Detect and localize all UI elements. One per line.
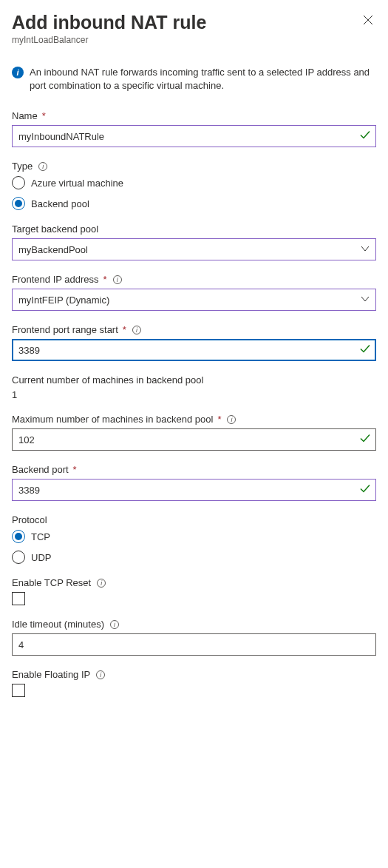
info-icon[interactable]: i (38, 162, 47, 171)
protocol-tcp-label: TCP (31, 531, 50, 542)
backend-port-label: Backend port (12, 464, 69, 475)
max-machines-label: Maximum number of machines in backend po… (12, 414, 213, 425)
info-icon[interactable]: i (96, 670, 105, 679)
type-radio-vm[interactable]: Azure virtual machine (12, 176, 376, 189)
frontend-ip-value: myIntFEIP (Dynamic) (18, 295, 109, 306)
chevron-down-icon (361, 295, 370, 306)
page-subtitle: myIntLoadBalancer (12, 35, 206, 45)
max-machines-input[interactable] (12, 428, 376, 451)
page-title: Add inbound NAT rule (12, 12, 206, 33)
port-start-label: Frontend port range start (12, 324, 118, 335)
required-icon: * (103, 274, 107, 285)
info-banner: i An inbound NAT rule forwards incoming … (12, 66, 376, 92)
protocol-udp-label: UDP (31, 552, 51, 563)
target-pool-value: myBackendPool (18, 244, 88, 255)
protocol-radio-udp[interactable]: UDP (12, 551, 376, 564)
tcp-reset-checkbox[interactable] (12, 592, 25, 605)
close-button[interactable] (360, 12, 376, 30)
tcp-reset-label: Enable TCP Reset (12, 577, 91, 588)
info-icon[interactable]: i (113, 275, 122, 284)
type-radio-pool-label: Backend pool (31, 198, 89, 209)
required-icon: * (73, 464, 77, 475)
port-start-input[interactable] (12, 339, 376, 361)
info-text: An inbound NAT rule forwards incoming tr… (30, 66, 376, 92)
required-icon: * (123, 324, 126, 335)
info-icon[interactable]: i (97, 579, 106, 588)
required-icon: * (217, 414, 221, 425)
info-icon: i (12, 67, 24, 78)
info-icon[interactable]: i (132, 326, 141, 334)
radio-icon (12, 551, 25, 564)
name-input[interactable] (12, 125, 376, 147)
type-radio-pool[interactable]: Backend pool (12, 197, 376, 210)
chevron-down-icon (361, 244, 370, 255)
idle-timeout-label: Idle timeout (minutes) (12, 619, 104, 630)
floating-ip-label: Enable Floating IP (12, 669, 90, 680)
protocol-label: Protocol (12, 514, 47, 525)
radio-icon (12, 530, 25, 543)
target-pool-select[interactable]: myBackendPool (12, 238, 376, 260)
type-radio-vm-label: Azure virtual machine (31, 178, 123, 189)
required-icon: * (42, 110, 46, 121)
protocol-radio-tcp[interactable]: TCP (12, 530, 376, 543)
current-machines-label: Current number of machines in backend po… (12, 374, 203, 386)
radio-icon (12, 176, 25, 189)
close-icon (363, 16, 373, 27)
target-pool-label: Target backend pool (12, 223, 98, 235)
info-icon[interactable]: i (227, 415, 236, 424)
type-label: Type (12, 161, 33, 172)
idle-timeout-input[interactable] (12, 633, 376, 656)
radio-icon (12, 197, 25, 210)
name-label: Name (12, 110, 38, 121)
backend-port-input[interactable] (12, 479, 376, 501)
frontend-ip-label: Frontend IP address (12, 274, 99, 285)
current-machines-value: 1 (12, 389, 376, 400)
info-icon[interactable]: i (110, 620, 119, 629)
frontend-ip-select[interactable]: myIntFEIP (Dynamic) (12, 289, 376, 311)
floating-ip-checkbox[interactable] (12, 684, 25, 697)
